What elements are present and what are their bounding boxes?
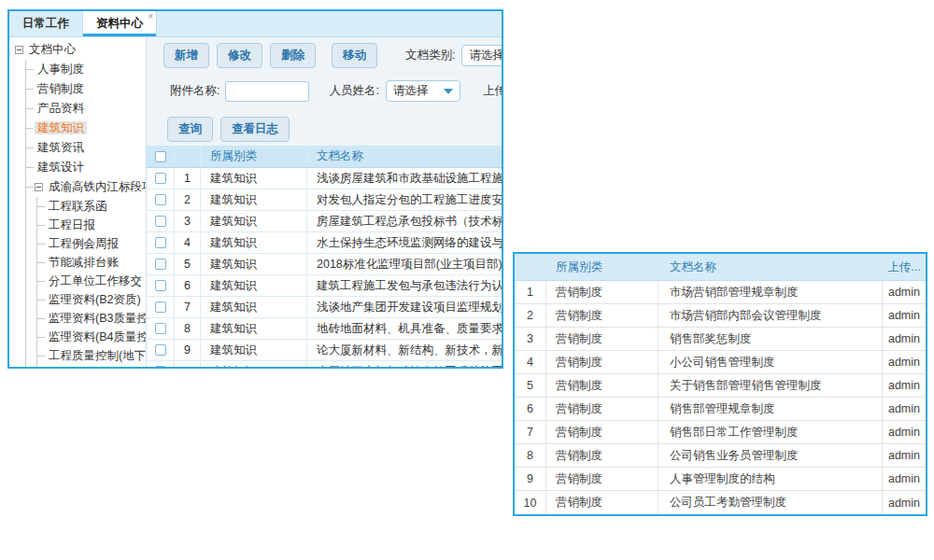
tab-close-icon[interactable]: × [148,12,153,21]
tree-node[interactable]: 建筑知识 [26,119,146,138]
person-name-label: 人员姓名: [329,83,378,99]
row-checkbox[interactable] [155,237,166,248]
tree-node-root[interactable]: 文档中心 [15,40,146,60]
row-uploader: admin [883,304,926,327]
row-doc-name: 销售部日常工作管理制度 [658,421,883,443]
tree-node[interactable]: 监理资料(B3质量控制) [37,309,146,328]
view-log-button[interactable]: 查看日志 [220,117,290,142]
row-index: 5 [175,254,201,274]
header-checkbox-cell [147,146,175,167]
table-row[interactable]: 1营销制度市场营销部管理规章制度admin [515,281,926,304]
row-checkbox[interactable] [155,344,166,356]
documents-table: 所属别类文档名称1建筑知识浅谈房屋建筑和市政基础设施工程施工...2建筑知识对发… [147,146,503,369]
tree-node[interactable]: 工程联系函 [37,197,146,216]
table-row[interactable]: 5建筑知识2018标准化监理项目部(业主项目部)人员... [147,254,503,275]
table-row[interactable]: 2建筑知识对发包人指定分包的工程施工进度安排... [147,189,503,211]
tree-node[interactable]: 工程例会周报 [37,234,146,253]
doc-category-select[interactable]: 请选择 [461,45,503,66]
row-uploader: admin [883,444,926,467]
table-row[interactable]: 6营销制度销售部管理规章制度admin [515,398,926,421]
row-category: 建筑知识 [201,232,307,253]
tree-node[interactable]: 分工单位工作移交 [37,272,146,290]
row-doc-name: 人事管理制度的结构 [658,468,883,490]
table-row[interactable]: 8建筑知识地砖地面材料、机具准备、质量要求及... [147,318,503,340]
row-category: 营销制度 [546,491,658,514]
row-uploader: admin [883,351,926,373]
row-uploader: admin [883,421,926,443]
tree-node-label: 工程质量控制(地下室) [46,349,147,362]
table-row[interactable]: 6建筑知识建筑工程施工发包与承包违法行为认定... [147,275,503,297]
row-checkbox[interactable] [155,280,166,291]
tree-node[interactable]: 工程质量控制(结构) [37,365,146,368]
table-row[interactable]: 3建筑知识房屋建筑工程总承包投标书（技术标）... [147,211,503,232]
query-button[interactable]: 查询 [167,117,213,142]
row-doc-name: 销售部管理规章制度 [658,398,883,420]
table-row[interactable]: 10营销制度公司员工考勤管理制度admin [515,491,926,514]
tree-node[interactable]: 工程日报 [37,216,146,234]
row-index: 9 [515,468,546,490]
tree-node[interactable]: 建筑资讯 [26,138,146,158]
row-checkbox[interactable] [155,301,166,313]
header-name-cell: 文档名称 [307,146,503,167]
add-button[interactable]: 新增 [163,43,209,68]
table-row[interactable]: 9建筑知识论大厦新材料、新结构、新技术，新工... [147,340,503,361]
table-row[interactable]: 2营销制度市场营销部内部会议管理制度admin [515,304,926,328]
tab-data-center[interactable]: 资料中心 × [82,11,157,36]
row-index: 3 [515,328,546,350]
screen: 日常工作 资料中心 × 文档中心人事制度营销制度产品资料建筑知识建筑资讯建筑设计… [0,0,934,560]
tree-node[interactable]: 工程质量控制(地下室) [37,346,146,365]
row-doc-name: 地砖地面材料、机具准备、质量要求及... [307,318,503,339]
row-doc-name: 关于销售部管理销售管理制度 [658,374,883,397]
doc-category-select-value: 请选择 [469,48,503,63]
header-index-cell [515,254,546,280]
delete-button[interactable]: 删除 [270,43,316,68]
table-row[interactable]: 9营销制度人事管理制度的结构admin [515,468,926,491]
move-button[interactable]: 移动 [332,43,377,68]
row-uploader: admin [883,374,926,397]
doc-category-label: 文档类别: [405,48,455,63]
collapse-icon[interactable] [15,46,23,54]
row-doc-name: 对发包人指定分包的工程施工进度安排... [307,189,503,210]
table-row[interactable]: 10建筑知识大厦地下室加气砼墙砌筑工程的施工方... [147,361,503,369]
tree-node[interactable]: 监理资料(B4质量控制) [37,328,146,346]
tree-node[interactable]: 节能减排台账 [37,253,146,272]
row-checkbox[interactable] [155,173,166,184]
tree-node[interactable]: 营销制度 [26,79,146,99]
table-row[interactable]: 7营销制度销售部日常工作管理制度admin [515,421,926,444]
row-checkbox[interactable] [155,194,166,205]
row-checkbox-cell [147,254,175,274]
row-index: 7 [515,421,546,443]
tree-children: 人事制度营销制度产品资料建筑知识建筑资讯建筑设计成渝高铁内江标段项目工程联系函工… [25,60,146,368]
row-uploader: admin [883,491,926,514]
row-checkbox-cell [147,168,175,189]
person-name-select[interactable]: 请选择 [386,80,460,102]
row-checkbox[interactable] [155,323,166,334]
tree-node[interactable]: 产品资料 [26,99,146,119]
edit-button[interactable]: 修改 [217,43,262,68]
row-index: 6 [175,275,201,296]
row-checkbox[interactable] [155,216,166,227]
table-row[interactable]: 7建筑知识浅谈地产集团开发建设项目监理规划编... [147,297,503,318]
row-index: 8 [515,444,546,467]
attachment-name-input[interactable] [225,81,309,102]
tree-node[interactable]: 人事制度 [26,60,146,79]
table-row[interactable]: 8营销制度公司销售业务员管理制度admin [515,444,926,468]
collapse-icon[interactable] [35,183,43,191]
row-checkbox[interactable] [155,259,166,270]
row-index: 9 [175,340,201,360]
tree-node[interactable]: 成渝高铁内江标段项目 [26,177,146,197]
table-row[interactable]: 5营销制度关于销售部管理销售管理制度admin [515,374,926,398]
select-all-checkbox[interactable] [155,151,166,162]
tree-node[interactable]: 建筑设计 [26,158,146,177]
row-checkbox[interactable] [155,366,166,369]
row-checkbox-cell [147,318,175,339]
table-row[interactable]: 1建筑知识浅谈房屋建筑和市政基础设施工程施工... [147,168,503,189]
table-row[interactable]: 4营销制度小公司销售管理制度admin [515,351,926,374]
row-category: 营销制度 [546,328,658,350]
row-index: 2 [175,189,201,210]
table-row[interactable]: 3营销制度销售部奖惩制度admin [515,328,926,351]
marketing-docs-table: 所属别类文档名称上传...1营销制度市场营销部管理规章制度admin2营销制度市… [513,252,927,516]
table-row[interactable]: 4建筑知识水土保持生态环境监测网络的建设与资... [147,232,503,254]
tab-daily-work[interactable]: 日常工作 [9,11,82,36]
tree-node[interactable]: 监理资料(B2资质) [37,290,146,309]
